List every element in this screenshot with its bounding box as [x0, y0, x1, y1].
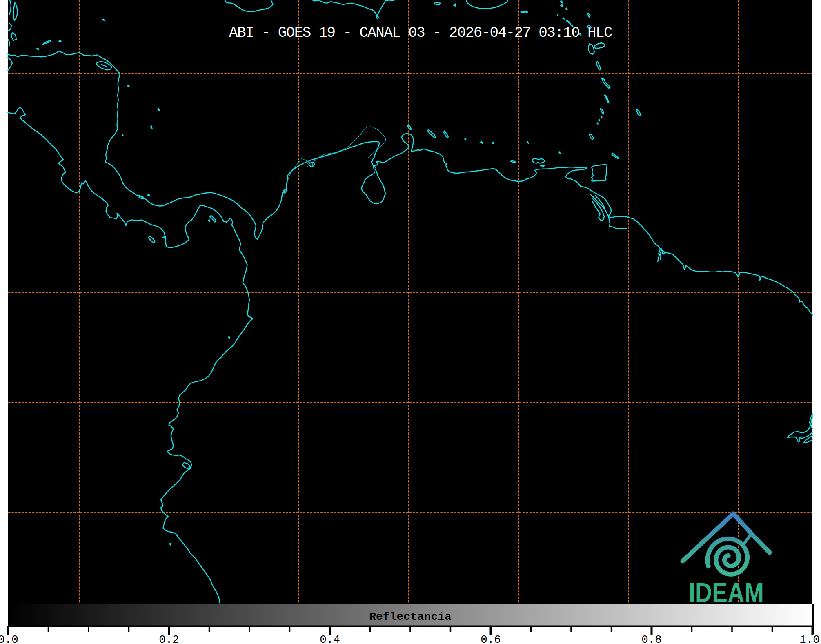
svg-text:1.0: 1.0 — [799, 633, 820, 644]
svg-text:0.8: 0.8 — [641, 633, 662, 644]
svg-text:IDEAM: IDEAM — [689, 577, 764, 608]
svg-text:Reflectancia: Reflectancia — [369, 611, 452, 623]
svg-text:0.4: 0.4 — [320, 633, 340, 644]
svg-text:0.6: 0.6 — [481, 633, 501, 644]
svg-text:ABI - GOES 19 - CANAL 03 - 202: ABI - GOES 19 - CANAL 03 - 2026-04-27 03… — [229, 25, 612, 41]
svg-text:0.0: 0.0 — [0, 633, 18, 644]
svg-text:0.2: 0.2 — [159, 633, 179, 644]
